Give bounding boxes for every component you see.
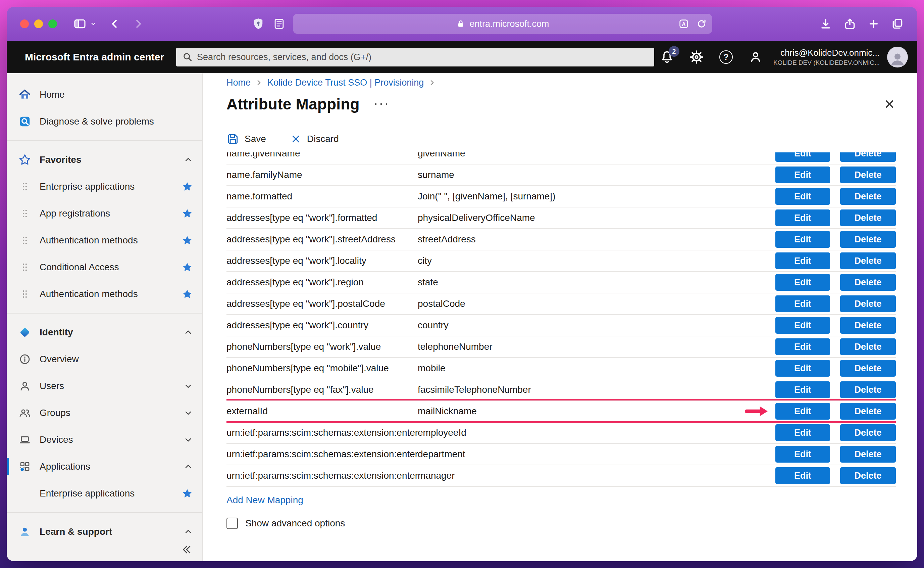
- grip-icon[interactable]: [17, 182, 32, 191]
- sidebar-item-devices[interactable]: Devices: [7, 426, 202, 453]
- zoom-window-button[interactable]: [48, 20, 57, 28]
- delete-button[interactable]: Delete: [840, 166, 896, 183]
- toolbar-chevron-button[interactable]: [89, 20, 97, 28]
- edit-button[interactable]: Edit: [775, 338, 830, 355]
- share-button[interactable]: [844, 17, 856, 30]
- delete-button[interactable]: Delete: [840, 188, 896, 205]
- delete-button[interactable]: Delete: [840, 153, 896, 162]
- sidebar-item-overview[interactable]: Overview: [7, 346, 202, 373]
- more-button[interactable]: [374, 102, 389, 106]
- target-attribute: telephoneNumber: [418, 341, 775, 352]
- discard-button[interactable]: Discard: [290, 133, 339, 145]
- delete-button[interactable]: Delete: [840, 381, 896, 398]
- delete-button[interactable]: Delete: [840, 403, 896, 420]
- account-info[interactable]: chris@KolideDev.onmic... KOLIDE DEV (KOL…: [773, 47, 880, 67]
- edit-button[interactable]: Edit: [775, 381, 830, 398]
- close-window-button[interactable]: [20, 20, 29, 28]
- sidebar-item-enterprise-applications[interactable]: Enterprise applications: [7, 480, 202, 507]
- breadcrumb-provisioning-link[interactable]: Kolide Device Trust SSO | Provisioning: [267, 77, 424, 88]
- sidebar-item-applications[interactable]: Applications: [7, 453, 202, 480]
- address-bar[interactable]: entra.microsoft.com A: [293, 14, 712, 34]
- star-icon[interactable]: [181, 208, 193, 219]
- sidebar-item-authentication-methods[interactable]: Authentication methods: [7, 227, 202, 254]
- star-icon[interactable]: [181, 261, 193, 273]
- downloads-button[interactable]: [819, 17, 832, 30]
- global-search[interactable]: [176, 48, 654, 66]
- edit-button[interactable]: Edit: [775, 231, 830, 248]
- diagnose-icon: [17, 115, 32, 128]
- delete-button[interactable]: Delete: [840, 274, 896, 291]
- delete-button[interactable]: Delete: [840, 467, 896, 484]
- edit-button[interactable]: Edit: [775, 446, 830, 462]
- edit-button[interactable]: Edit: [775, 188, 830, 205]
- sidebar-item-diagnose[interactable]: Diagnose & solve problems: [7, 108, 202, 135]
- sidebar-item-authentication-methods-2[interactable]: Authentication methods: [7, 281, 202, 308]
- grip-icon[interactable]: [17, 263, 32, 272]
- feedback-button[interactable]: [748, 49, 763, 65]
- translate-button[interactable]: A: [678, 18, 689, 30]
- grip-icon[interactable]: [17, 236, 32, 245]
- help-button[interactable]: [718, 49, 734, 65]
- privacy-shield-icon[interactable]: [251, 17, 265, 31]
- edit-button[interactable]: Edit: [775, 153, 830, 162]
- advanced-options-checkbox[interactable]: [226, 518, 238, 529]
- sidebar-section-learn-support[interactable]: Learn & support: [7, 518, 202, 545]
- star-icon[interactable]: [181, 488, 193, 499]
- mapping-row: addresses[type eq "work"].locality city …: [226, 251, 896, 272]
- edit-button[interactable]: Edit: [775, 274, 830, 291]
- delete-button[interactable]: Delete: [840, 446, 896, 462]
- edit-button[interactable]: Edit: [775, 252, 830, 269]
- traffic-lights: [20, 20, 57, 28]
- edit-button[interactable]: Edit: [775, 295, 830, 312]
- collapse-sidebar-button[interactable]: [181, 544, 192, 555]
- edit-button[interactable]: Edit: [775, 360, 830, 377]
- grip-icon[interactable]: [17, 289, 32, 299]
- reader-button[interactable]: [273, 17, 285, 30]
- users-group-icon: [17, 407, 32, 419]
- sidebar-section-identity[interactable]: Identity: [7, 319, 202, 346]
- delete-button[interactable]: Delete: [840, 295, 896, 312]
- delete-button[interactable]: Delete: [840, 338, 896, 355]
- back-button[interactable]: [109, 18, 121, 30]
- mapping-row: addresses[type eq "work"].streetAddress …: [226, 229, 896, 251]
- star-icon[interactable]: [181, 181, 193, 192]
- delete-button[interactable]: Delete: [840, 252, 896, 269]
- delete-button[interactable]: Delete: [840, 360, 896, 377]
- minimize-window-button[interactable]: [34, 20, 43, 28]
- forward-button[interactable]: [132, 18, 144, 30]
- delete-button[interactable]: Delete: [840, 424, 896, 441]
- sidebar-toggle-button[interactable]: [73, 17, 87, 30]
- sidebar-item-groups[interactable]: Groups: [7, 399, 202, 426]
- settings-button[interactable]: [689, 49, 704, 65]
- edit-button[interactable]: Edit: [775, 403, 830, 420]
- save-button[interactable]: Save: [226, 133, 266, 145]
- global-search-input[interactable]: [197, 52, 648, 62]
- grip-icon[interactable]: [17, 209, 32, 218]
- sidebar-item-users[interactable]: Users: [7, 373, 202, 399]
- delete-button[interactable]: Delete: [840, 231, 896, 248]
- tab-overview-button[interactable]: [891, 17, 904, 30]
- breadcrumb-home-link[interactable]: Home: [226, 77, 251, 88]
- close-button[interactable]: [883, 98, 896, 110]
- sidebar-item-enterprise-applications-fav[interactable]: Enterprise applications: [7, 173, 202, 200]
- notifications-button[interactable]: 2: [659, 49, 675, 65]
- edit-button[interactable]: Edit: [775, 210, 830, 226]
- sidebar-item-conditional-access[interactable]: Conditional Access: [7, 254, 202, 281]
- star-icon[interactable]: [181, 235, 193, 246]
- avatar[interactable]: [887, 47, 908, 68]
- new-tab-button[interactable]: [868, 18, 880, 30]
- edit-button[interactable]: Edit: [775, 166, 830, 183]
- reader-icon: [273, 17, 285, 30]
- sidebar-toggle-icon: [73, 17, 87, 30]
- sidebar-item-app-registrations[interactable]: App registrations: [7, 200, 202, 227]
- delete-button[interactable]: Delete: [840, 210, 896, 226]
- edit-button[interactable]: Edit: [775, 424, 830, 441]
- add-new-mapping-link[interactable]: Add New Mapping: [226, 495, 303, 506]
- delete-button[interactable]: Delete: [840, 317, 896, 334]
- reload-button[interactable]: [696, 18, 707, 29]
- sidebar-section-favorites[interactable]: Favorites: [7, 147, 202, 173]
- star-icon[interactable]: [181, 289, 193, 300]
- edit-button[interactable]: Edit: [775, 317, 830, 334]
- sidebar-item-home[interactable]: Home: [7, 81, 202, 108]
- edit-button[interactable]: Edit: [775, 467, 830, 484]
